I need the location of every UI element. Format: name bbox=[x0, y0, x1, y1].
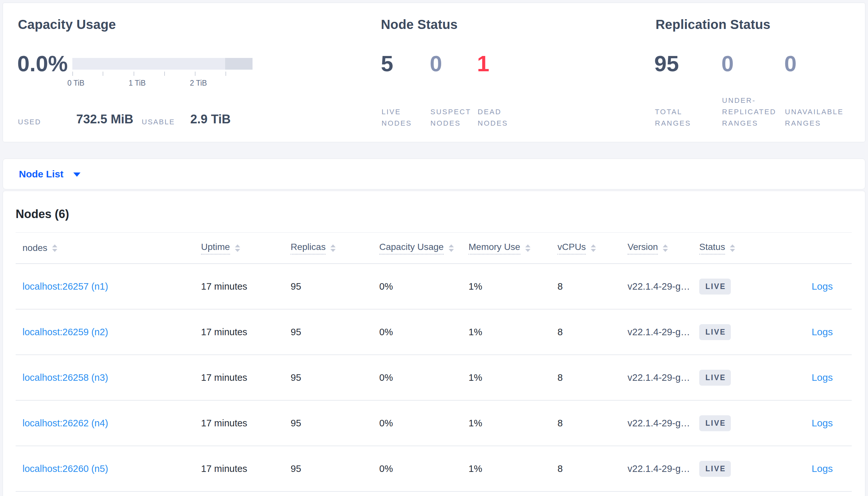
replicas-cell: 95 bbox=[290, 281, 379, 292]
unavailable-ranges-count: 0 bbox=[784, 52, 797, 75]
live-nodes-count: 5 bbox=[381, 52, 393, 75]
under-replicated-count: 0 bbox=[721, 52, 734, 75]
status-badge: LIVE bbox=[699, 415, 731, 431]
column-header-memory-use[interactable]: Memory Use bbox=[468, 242, 557, 254]
version-cell: v22.1.4-29-g… bbox=[628, 281, 699, 292]
table-row: localhost:26257 (n1) 17 minutes 95 0% 1%… bbox=[16, 264, 852, 310]
node-link[interactable]: localhost:26259 (n2) bbox=[23, 327, 108, 337]
memory-use-cell: 1% bbox=[468, 418, 557, 429]
under-replicated-ranges-metric: 0 UNDER- REPLICATED RANGES bbox=[721, 3, 787, 142]
capacity-usage-cell: 0% bbox=[379, 463, 468, 474]
sort-icon bbox=[235, 244, 240, 252]
capacity-usage-bar: 0 TiB 1 TiB 2 TiB bbox=[72, 58, 253, 69]
capacity-tick bbox=[134, 72, 134, 76]
capacity-used-percent: 0.0% bbox=[17, 52, 68, 75]
column-header-uptime[interactable]: Uptime bbox=[201, 242, 290, 254]
total-ranges-metric: 95 TOTAL RANGES bbox=[654, 3, 719, 142]
node-link[interactable]: localhost:26258 (n3) bbox=[23, 372, 108, 383]
column-header-version[interactable]: Version bbox=[628, 242, 699, 254]
caret-down-icon bbox=[73, 172, 80, 177]
live-nodes-label: LIVE NODES bbox=[381, 106, 412, 129]
dead-nodes-metric: 1 DEAD NODES bbox=[477, 3, 542, 142]
table-row: localhost:26262 (n4) 17 minutes 95 0% 1%… bbox=[16, 401, 852, 446]
capacity-tick bbox=[72, 72, 73, 76]
logs-link[interactable]: Logs bbox=[812, 418, 833, 428]
replicas-cell: 95 bbox=[290, 463, 379, 474]
dead-nodes-count: 1 bbox=[477, 52, 489, 75]
node-list-dropdown-label: Node List bbox=[19, 169, 63, 180]
vcpus-cell: 8 bbox=[557, 418, 628, 429]
capacity-bar-reserved-segment bbox=[225, 58, 253, 69]
vcpus-cell: 8 bbox=[557, 463, 628, 474]
column-header-capacity-usage[interactable]: Capacity Usage bbox=[379, 242, 468, 254]
dead-nodes-label: DEAD NODES bbox=[478, 106, 508, 129]
sort-icon bbox=[730, 244, 735, 252]
total-ranges-label: TOTAL RANGES bbox=[655, 106, 691, 129]
unavailable-ranges-metric: 0 UNAVAILABLE RANGES bbox=[784, 3, 850, 142]
used-value: 732.5 MiB bbox=[76, 112, 133, 126]
capacity-tick bbox=[195, 72, 195, 76]
view-selector-bar: Node List bbox=[3, 158, 865, 189]
nodes-heading: Nodes (6) bbox=[16, 207, 69, 221]
total-ranges-count: 95 bbox=[654, 52, 679, 75]
replicas-cell: 95 bbox=[290, 418, 379, 429]
uptime-cell: 17 minutes bbox=[201, 372, 290, 383]
vcpus-cell: 8 bbox=[557, 281, 628, 292]
node-list-dropdown[interactable]: Node List bbox=[19, 159, 80, 189]
version-cell: v22.1.4-29-g… bbox=[628, 463, 699, 474]
capacity-usage-cell: 0% bbox=[379, 327, 468, 338]
version-cell: v22.1.4-29-g… bbox=[628, 372, 699, 383]
memory-use-cell: 1% bbox=[468, 372, 557, 383]
node-link[interactable]: localhost:26257 (n1) bbox=[23, 281, 108, 292]
column-header-nodes[interactable]: nodes bbox=[16, 243, 201, 253]
memory-use-cell: 1% bbox=[468, 327, 557, 338]
table-row: localhost:26258 (n3) 17 minutes 95 0% 1%… bbox=[16, 355, 852, 401]
capacity-usage-cell: 0% bbox=[379, 418, 468, 429]
capacity-tick-label: 2 TiB bbox=[190, 79, 207, 88]
vcpus-cell: 8 bbox=[557, 372, 628, 383]
capacity-bar-track bbox=[72, 58, 253, 69]
node-link[interactable]: localhost:26262 (n4) bbox=[23, 418, 108, 428]
status-badge: LIVE bbox=[699, 461, 731, 477]
capacity-tick-label: 1 TiB bbox=[129, 79, 146, 88]
logs-link[interactable]: Logs bbox=[812, 326, 833, 337]
capacity-usage-title: Capacity Usage bbox=[18, 17, 116, 32]
column-header-replicas[interactable]: Replicas bbox=[290, 242, 379, 254]
sort-icon bbox=[591, 244, 596, 252]
sort-icon bbox=[449, 244, 454, 252]
logs-link[interactable]: Logs bbox=[812, 372, 833, 383]
table-row: localhost:26259 (n2) 17 minutes 95 0% 1%… bbox=[16, 310, 852, 355]
node-link[interactable]: localhost:26260 (n5) bbox=[23, 463, 108, 474]
uptime-cell: 17 minutes bbox=[201, 281, 290, 292]
sort-icon bbox=[52, 244, 57, 252]
suspect-nodes-count: 0 bbox=[430, 52, 442, 75]
unavailable-ranges-label: UNAVAILABLE RANGES bbox=[785, 106, 843, 129]
replicas-cell: 95 bbox=[290, 327, 379, 338]
logs-link[interactable]: Logs bbox=[812, 281, 833, 292]
usable-label: USABLE bbox=[142, 118, 175, 126]
table-row: localhost:26260 (n5) 17 minutes 95 0% 1%… bbox=[16, 446, 852, 492]
uptime-cell: 17 minutes bbox=[201, 327, 290, 338]
sort-icon bbox=[330, 244, 335, 252]
used-label: USED bbox=[18, 118, 41, 126]
column-header-vcpus[interactable]: vCPUs bbox=[557, 242, 628, 254]
logs-link[interactable]: Logs bbox=[812, 463, 833, 474]
memory-use-cell: 1% bbox=[468, 281, 557, 292]
version-cell: v22.1.4-29-g… bbox=[628, 418, 699, 429]
cluster-summary-panel: Capacity Usage 0.0% 0 TiB 1 TiB 2 TiB US… bbox=[3, 3, 865, 142]
capacity-tick bbox=[225, 72, 226, 76]
status-badge: LIVE bbox=[699, 324, 731, 340]
nodes-table-card: Nodes (6) nodes Uptime Replicas Capacity… bbox=[3, 191, 865, 496]
vcpus-cell: 8 bbox=[557, 327, 628, 338]
usable-value: 2.9 TiB bbox=[190, 112, 231, 126]
column-header-status[interactable]: Status bbox=[699, 242, 778, 254]
under-replicated-label: UNDER- REPLICATED RANGES bbox=[722, 95, 776, 129]
status-badge: LIVE bbox=[699, 370, 731, 386]
nodes-table: nodes Uptime Replicas Capacity Usage Mem… bbox=[16, 232, 852, 492]
capacity-usage-cell: 0% bbox=[379, 281, 468, 292]
uptime-cell: 17 minutes bbox=[201, 418, 290, 429]
version-cell: v22.1.4-29-g… bbox=[628, 327, 699, 338]
uptime-cell: 17 minutes bbox=[201, 463, 290, 474]
suspect-nodes-label: SUSPECT NODES bbox=[430, 106, 471, 129]
memory-use-cell: 1% bbox=[468, 463, 557, 474]
